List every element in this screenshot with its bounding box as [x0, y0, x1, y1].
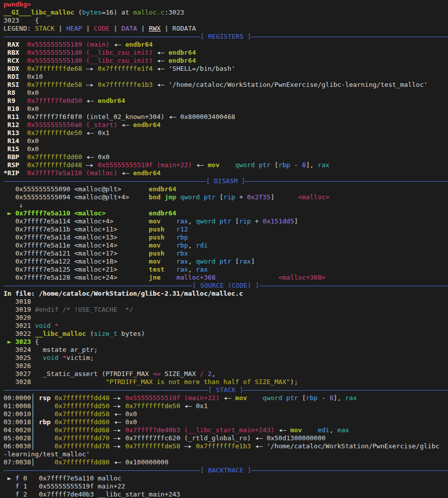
terminal-line-27: 0x7ffff7e5a114 <malloc+4> mov rax, qword… [4, 217, 448, 225]
terminal-line-21: *RIP 0x7ffff7e5a110 (malloc) ◂— endbr64 [4, 169, 448, 177]
section-title-source-code: [ SOURCE (CODE) ] [192, 282, 259, 290]
terminal-line-61: f 2 0x7ffff7de40b3 __libc_start_main+243 [4, 490, 448, 498]
terminal-line-3: LEGEND: STACK | HEAP | CODE | DATA | RWX… [4, 25, 448, 33]
terminal-line-57: 07:0038│ 0x7fffffffdd80 ◂— 0x100000000 [4, 458, 448, 466]
terminal-line-18: R15 0x0 [4, 145, 448, 153]
terminal-line-43: 3024 mstate ar_ptr; [4, 346, 448, 354]
section-separator-disasm: [ DISASM ] [4, 177, 448, 185]
terminal-line-36: In file: /home/cataloc/WorkStation/glibc… [4, 290, 448, 298]
terminal-line-37: 3018 [4, 298, 448, 306]
terminal-line-5: RAX 0x555555555189 (main) ◂— endbr64 [4, 41, 448, 49]
section-title-disasm: [ DISASM ] [206, 177, 245, 185]
terminal-line-44: 3025 void *victim; [4, 354, 448, 362]
section-title-backtrace: [ BACKTRACE ] [200, 466, 251, 474]
terminal-line-55: 06:0030│ 0x7fffffffdd78 —▸ 0x7fffffffde5… [4, 442, 448, 450]
terminal-line-60: f 1 0x55555555519f main+22 [4, 482, 448, 490]
terminal-line-2: 3023 { [4, 17, 448, 25]
terminal-line-10: RSI 0x7fffffffde58 —▸ 0x7fffffffe1b3 ◂— … [4, 81, 448, 89]
terminal-line-31: 0x7ffff7e5a121 <malloc+17> push rbx [4, 250, 448, 258]
terminal-line-51: 02:0010│ 0x7fffffffdd58 ◂— 0x0 [4, 410, 448, 418]
terminal-line-42: ► 3023 { [4, 338, 448, 346]
terminal-line-11: R8 0x0 [4, 89, 448, 97]
terminal-line-24: 0x555555555094 <malloc@plt+4> bnd jmp qw… [4, 193, 448, 201]
terminal-line-52: 03:0018│ rbp 0x7fffffffdd60 ◂— 0x0 [4, 418, 448, 426]
terminal-line-13: R10 0x0 [4, 105, 448, 113]
terminal-line-12: R9 0x7ffff7fe0d50 ◂— endbr64 [4, 97, 448, 105]
terminal[interactable]: pwndbg> __GI___libc_malloc (bytes=16) at… [0, 0, 448, 498]
terminal-line-14: R11 0x7ffff7f6f8f0 (intel_02_known+304) … [4, 113, 448, 121]
terminal-line-30: 0x7ffff7e5a11e <malloc+14> mov rbp, rdi [4, 241, 448, 250]
terminal-line-26: ► 0x7ffff7e5a110 <malloc> endbr64 [4, 209, 448, 217]
terminal-line-53: 04:0020│ 0x7fffffffdd68 —▸ 0x7ffff7de40b… [4, 426, 448, 434]
terminal-line-38: 3019 #endif /* !USE_TCACHE */ [4, 306, 448, 314]
terminal-line-50: 01:0008│ 0x7fffffffdd50 —▸ 0x7fffffffde5… [4, 402, 448, 410]
terminal-line-9: RDI 0x10 [4, 73, 448, 81]
terminal-line-8: RDX 0x7fffffffde68 —▸ 0x7fffffffe1f4 ◂— … [4, 65, 448, 73]
terminal-line-49: 00:0000│ rsp 0x7fffffffdd48 —▸ 0x5555555… [4, 394, 448, 402]
terminal-line-56: -learning/test_malloc' [4, 450, 448, 458]
terminal-line-45: 3026 [4, 362, 448, 370]
section-separator-backtrace: [ BACKTRACE ] [4, 466, 448, 474]
terminal-line-41: 3022 __libc_malloc (size_t bytes) [4, 330, 448, 338]
terminal-line-7: RCX 0x5555555551d0 (__libc_csu_init) ◂— … [4, 57, 448, 65]
terminal-line-15: R12 0x5555555550a0 (_start) ◂— endbr64 [4, 121, 448, 129]
terminal-line-47: 3028 "PTRDIFF_MAX is not more than half … [4, 378, 448, 386]
terminal-line-54: 05:0028│ 0x7fffffffdd70 —▸ 0x7ffff7ffc62… [4, 434, 448, 442]
section-separator-registers: [ REGISTERS ] [4, 33, 448, 41]
terminal-line-40: 3021 void * [4, 322, 448, 330]
terminal-line-23: 0x555555555090 <malloc@plt> endbr64 [4, 185, 448, 193]
section-separator-stack: [ STACK ] [4, 386, 448, 394]
section-title-registers: [ REGISTERS ] [200, 33, 251, 41]
terminal-line-1: __GI___libc_malloc (bytes=16) at malloc.… [4, 9, 448, 17]
terminal-line-25: ↓ [4, 201, 448, 209]
terminal-line-32: 0x7ffff7e5a122 <malloc+18> mov rax, qwor… [4, 258, 448, 266]
terminal-line-59: ► f 0 0x7ffff7e5a110 malloc [4, 474, 448, 482]
terminal-line-17: R14 0x0 [4, 137, 448, 145]
terminal-line-46: 3027 _Static_assert (PTRDIFF_MAX <= SIZE… [4, 370, 448, 378]
terminal-line-16: R13 0x7fffffffde50 ◂— 0x1 [4, 129, 448, 137]
terminal-line-39: 3020 [4, 314, 448, 322]
section-title-stack: [ STACK ] [208, 386, 243, 394]
section-separator-source-code: [ SOURCE (CODE) ] [4, 282, 448, 290]
terminal-line-29: 0x7ffff7e5a11d <malloc+13> push rbp [4, 233, 448, 241]
terminal-line-0: pwndbg> [4, 1, 448, 9]
terminal-line-34: 0x7ffff7e5a128 <malloc+24> jne malloc+36… [4, 274, 448, 282]
terminal-line-19: RBP 0x7fffffffdd60 ◂— 0x0 [4, 153, 448, 161]
terminal-line-28: 0x7ffff7e5a11b <malloc+11> push r12 [4, 225, 448, 233]
terminal-line-33: 0x7ffff7e5a125 <malloc+21> test rax, rax [4, 266, 448, 274]
terminal-line-20: RSP 0x7fffffffdd48 —▸ 0x55555555519f (ma… [4, 161, 448, 169]
terminal-line-6: RBX 0x5555555551d0 (__libc_csu_init) ◂— … [4, 49, 448, 57]
